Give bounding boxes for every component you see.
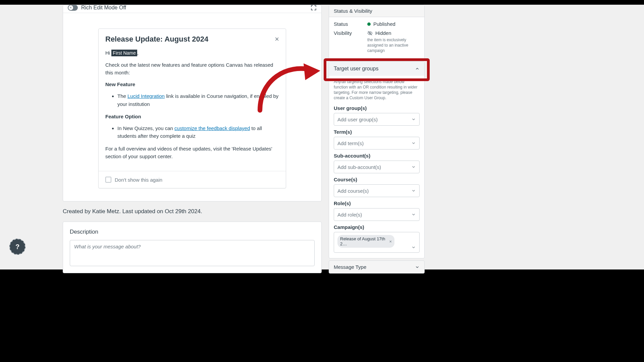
fullscreen-icon[interactable] <box>311 5 317 11</box>
user-groups-combo[interactable]: Add user group(s) <box>334 113 420 126</box>
visibility-value: Hidden <box>375 30 391 36</box>
description-label: Description <box>70 229 315 235</box>
rich-edit-toggle[interactable]: Rich Edit Mode Off <box>68 5 126 11</box>
help-icon: ? <box>15 243 19 251</box>
status-visibility-header[interactable]: Status & Visibility <box>329 5 424 17</box>
status-value: Published <box>373 21 395 27</box>
roles-placeholder: Add role(s) <box>337 212 362 218</box>
terms-combo[interactable]: Add term(s) <box>334 137 420 149</box>
targets-note: Any/all targeting selections made below … <box>334 79 420 101</box>
terms-label: Term(s) <box>334 129 420 135</box>
message-type-header[interactable]: Message Type <box>329 260 425 274</box>
chevron-down-icon <box>411 117 416 122</box>
status-dot-icon <box>367 22 371 26</box>
roles-label: Role(s) <box>334 200 420 206</box>
target-user-groups-panel: Target user groups Any/all targeting sel… <box>329 61 425 259</box>
customize-feedback-link[interactable]: customize the feedback displayed <box>174 125 250 131</box>
release-dialog: Release Update: August 2024 × Hi First N… <box>98 28 286 188</box>
user-groups-label: User group(s) <box>334 105 420 111</box>
greeting-prefix: Hi <box>105 50 110 56</box>
courses-placeholder: Add course(s) <box>337 188 369 194</box>
feature-option-item: In New Quizzes, you can customize the fe… <box>117 124 279 140</box>
subaccounts-combo[interactable]: Add sub-account(s) <box>334 161 420 173</box>
dialog-title: Release Update: August 2024 <box>105 35 208 44</box>
visibility-note: the item is exclusively assigned to an i… <box>367 37 420 54</box>
campaigns-combo[interactable]: Release of August 17th 2… × <box>334 232 420 253</box>
close-icon[interactable]: × <box>275 36 279 43</box>
targets-title: Target user groups <box>334 66 378 72</box>
dont-show-checkbox[interactable] <box>105 177 111 183</box>
remove-chip-icon[interactable]: × <box>389 239 392 244</box>
new-feature-heading: New Feature <box>105 81 135 87</box>
dialog-closing: For a full overview and videos of these … <box>105 145 279 161</box>
subaccounts-label: Sub-account(s) <box>334 153 420 159</box>
user-groups-placeholder: Add user group(s) <box>337 117 378 122</box>
created-updated-text: Created by Katie Metz. Last updated on O… <box>63 208 322 215</box>
chevron-up-icon <box>415 66 420 71</box>
subaccounts-placeholder: Add sub-account(s) <box>337 164 381 170</box>
target-user-groups-header[interactable]: Target user groups <box>329 62 424 76</box>
campaigns-label: Campaign(s) <box>334 224 420 230</box>
status-visibility-panel: Status & Visibility Status Published Vis… <box>329 5 425 59</box>
new-feature-item: The Lucid Integration link is available … <box>117 92 279 108</box>
description-textarea[interactable] <box>70 240 315 266</box>
editor-toolbar: Rich Edit Mode Off <box>63 5 321 13</box>
description-card: Description <box>63 222 322 273</box>
dialog-intro: Check out the latest new features and fe… <box>105 61 279 77</box>
dont-show-label: Don't show this again <box>115 177 162 183</box>
fo-prefix: In New Quizzes, you can <box>117 125 173 131</box>
feature-option-heading: Feature Option <box>105 114 141 119</box>
chevron-down-icon <box>411 165 416 169</box>
panel-title: Status & Visibility <box>334 8 372 14</box>
rich-edit-label: Rich Edit Mode Off <box>81 5 126 11</box>
campaign-chip-label: Release of August 17th 2… <box>340 236 387 246</box>
editor-body: Release Update: August 2024 × Hi First N… <box>63 13 321 201</box>
chevron-down-icon <box>411 141 416 145</box>
chevron-down-icon <box>411 245 416 250</box>
visibility-label: Visibility <box>334 30 367 36</box>
merge-token[interactable]: First Name <box>111 50 137 56</box>
status-label: Status <box>334 21 367 27</box>
roles-combo[interactable]: Add role(s) <box>334 208 420 221</box>
nf-prefix: The <box>117 93 126 99</box>
chevron-down-icon <box>411 212 416 217</box>
courses-label: Course(s) <box>334 177 420 182</box>
chevron-down-icon <box>415 265 420 269</box>
message-type-title: Message Type <box>334 264 366 270</box>
editor-card: Rich Edit Mode Off Release Update: Augus… <box>63 5 322 201</box>
greeting-suffix: , <box>137 50 139 56</box>
lucid-integration-link[interactable]: Lucid Integration <box>127 93 165 99</box>
eye-off-icon <box>367 31 373 36</box>
toggle-off-icon <box>68 5 78 11</box>
terms-placeholder: Add term(s) <box>337 140 364 146</box>
chevron-down-icon <box>411 188 416 193</box>
campaign-chip[interactable]: Release of August 17th 2… × <box>337 235 394 248</box>
courses-combo[interactable]: Add course(s) <box>334 184 420 197</box>
dialog-greeting: Hi First Name, <box>105 49 279 57</box>
help-button[interactable]: ? <box>9 239 25 255</box>
